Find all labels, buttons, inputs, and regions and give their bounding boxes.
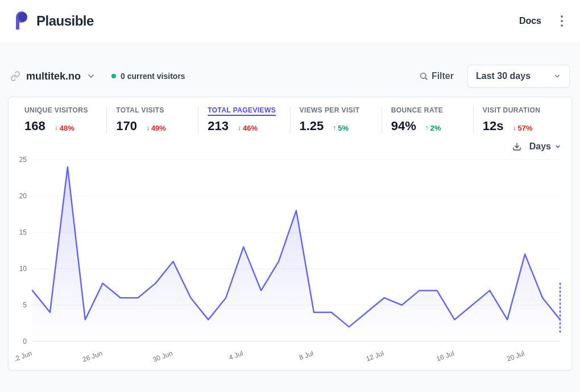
svg-text:20: 20 bbox=[19, 192, 27, 200]
docs-link[interactable]: Docs bbox=[519, 16, 541, 26]
metric-change: ↓ 57% bbox=[513, 124, 533, 132]
svg-text:5: 5 bbox=[23, 301, 27, 309]
live-visitors[interactable]: 0 current visitors bbox=[111, 72, 185, 81]
svg-text:8 Jul: 8 Jul bbox=[298, 349, 314, 362]
svg-text:0: 0 bbox=[23, 337, 27, 345]
metric-change: ↑ 5% bbox=[333, 124, 349, 132]
metrics-row: UNIQUE VISITORS168↓ 48%TOTAL VISITS170↓ … bbox=[9, 97, 571, 138]
metric-views-per-visit[interactable]: VIEWS PER VISIT1.25↑ 5% bbox=[290, 106, 382, 134]
metric-label: TOTAL VISITS bbox=[116, 106, 189, 114]
metric-change: ↓ 46% bbox=[238, 124, 258, 132]
site-domain[interactable]: multitek.no bbox=[26, 70, 81, 82]
pageviews-chart: 0510152025 22 Jun26 Jun30 Jun4 Jul8 Jul1… bbox=[15, 154, 565, 364]
metric-value: 94% bbox=[391, 119, 416, 134]
metric-value: 213 bbox=[208, 119, 229, 134]
brand[interactable]: Plausible bbox=[14, 11, 94, 31]
metric-bounce-rate[interactable]: BOUNCE RATE94%↑ 2% bbox=[382, 106, 473, 134]
metric-value: 168 bbox=[24, 119, 45, 134]
svg-text:10: 10 bbox=[19, 265, 27, 273]
svg-text:26 Jun: 26 Jun bbox=[81, 349, 103, 364]
svg-text:16 Jul: 16 Jul bbox=[436, 349, 455, 363]
live-dot-icon bbox=[111, 74, 116, 78]
metric-label: VISIT DURATION bbox=[483, 106, 556, 114]
metric-label: BOUNCE RATE bbox=[391, 106, 464, 114]
metric-visit-duration[interactable]: VISIT DURATION12s↓ 57% bbox=[473, 106, 565, 134]
filter-button[interactable]: Filter bbox=[413, 66, 459, 86]
metric-label: TOTAL PAGEVIEWS bbox=[208, 106, 280, 114]
metric-label: UNIQUE VISITORS bbox=[24, 106, 97, 114]
download-button[interactable] bbox=[512, 141, 521, 152]
svg-text:25: 25 bbox=[19, 156, 27, 164]
chevron-down-icon bbox=[553, 72, 561, 80]
interval-select[interactable]: Days bbox=[529, 141, 561, 152]
plausible-logo-icon bbox=[14, 11, 31, 31]
site-switcher[interactable] bbox=[86, 72, 96, 81]
svg-text:4 Jul: 4 Jul bbox=[228, 349, 245, 362]
svg-line-2 bbox=[425, 78, 427, 80]
svg-text:22 Jun: 22 Jun bbox=[15, 349, 33, 364]
metric-value: 1.25 bbox=[300, 119, 324, 134]
svg-text:15: 15 bbox=[19, 228, 27, 236]
metric-change: ↓ 48% bbox=[55, 124, 74, 132]
metric-unique-visitors[interactable]: UNIQUE VISITORS168↓ 48% bbox=[15, 106, 106, 134]
metric-total-pageviews[interactable]: TOTAL PAGEVIEWS213↓ 46% bbox=[198, 106, 289, 134]
metric-value: 170 bbox=[116, 119, 137, 134]
metric-change: ↑ 2% bbox=[425, 124, 441, 132]
svg-point-0 bbox=[18, 12, 27, 22]
date-range-select[interactable]: Last 30 days bbox=[467, 65, 570, 87]
search-icon bbox=[419, 72, 428, 81]
svg-text:12 Jul: 12 Jul bbox=[365, 349, 385, 363]
stats-card: UNIQUE VISITORS168↓ 48%TOTAL VISITS170↓ … bbox=[8, 97, 572, 370]
metric-total-visits[interactable]: TOTAL VISITS170↓ 49% bbox=[106, 106, 198, 134]
metric-label: VIEWS PER VISIT bbox=[300, 106, 372, 114]
more-menu-icon[interactable] bbox=[557, 12, 566, 30]
svg-text:30 Jun: 30 Jun bbox=[152, 349, 174, 364]
brand-name: Plausible bbox=[36, 13, 94, 29]
metric-value: 12s bbox=[483, 119, 504, 134]
metric-change: ↓ 49% bbox=[146, 124, 166, 132]
link-icon bbox=[10, 71, 20, 81]
live-visitors-text: 0 current visitors bbox=[121, 72, 185, 81]
svg-text:20 Jul: 20 Jul bbox=[506, 349, 525, 363]
